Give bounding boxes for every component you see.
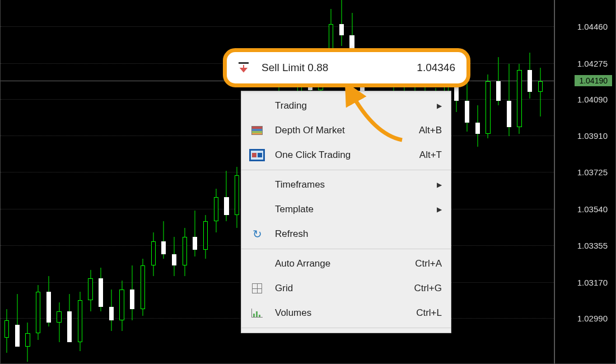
current-price-value: 1.04190 xyxy=(579,76,608,85)
candle xyxy=(87,270,93,311)
menu-separator xyxy=(241,328,451,328)
candle xyxy=(129,265,135,320)
candle xyxy=(506,64,512,136)
price-axis: 1.044601.042751.040901.039101.037251.035… xyxy=(554,0,616,364)
candle xyxy=(234,167,240,228)
candle xyxy=(496,57,501,105)
volumes-icon xyxy=(246,301,268,325)
menu-icon-placeholder xyxy=(246,197,268,222)
submenu-arrow-icon: ▶ xyxy=(436,206,442,213)
menu-item-volumes[interactable]: VolumesCtrl+L xyxy=(241,301,451,325)
candle xyxy=(15,294,20,342)
candle xyxy=(25,323,30,362)
candle xyxy=(485,74,491,138)
candle xyxy=(151,232,156,276)
menu-item-shortcut: Alt+T xyxy=(419,150,442,161)
submenu-arrow-icon: ▶ xyxy=(436,102,442,110)
candle xyxy=(339,0,344,46)
gridline xyxy=(1,26,554,27)
menu-item-shortcut: Ctrl+G xyxy=(414,283,442,294)
menu-item-label: Timeframes xyxy=(268,179,432,190)
menu-separator xyxy=(241,249,451,249)
sell-limit-price: 1.04346 xyxy=(417,62,455,74)
menu-item-timeframes[interactable]: Timeframes▶ xyxy=(241,172,451,197)
candle xyxy=(223,171,229,221)
candle xyxy=(213,189,219,232)
candle xyxy=(516,64,522,134)
candle xyxy=(35,285,41,340)
depth-of-market-icon xyxy=(246,118,268,143)
candle xyxy=(67,294,72,329)
price-axis-label: 1.03355 xyxy=(577,241,608,250)
menu-item-shortcut: Alt+B xyxy=(419,125,442,136)
price-axis-label: 1.03910 xyxy=(577,131,608,141)
candle xyxy=(56,302,62,342)
candle xyxy=(140,259,146,316)
menu-icon-placeholder xyxy=(246,94,268,118)
sell-limit-icon xyxy=(232,52,255,83)
menu-item-label: Template xyxy=(268,204,432,215)
candle xyxy=(46,276,52,326)
candle xyxy=(171,237,177,276)
refresh-icon: ↻ xyxy=(246,222,268,246)
price-axis-label: 1.04460 xyxy=(577,22,608,31)
candle xyxy=(538,68,543,116)
menu-item-label: One Click Trading xyxy=(268,150,419,161)
sell-limit-highlight[interactable]: Sell Limit 0.88 1.04346 xyxy=(223,48,470,87)
candle xyxy=(161,221,166,259)
menu-item-label: Auto Arrange xyxy=(268,258,415,269)
menu-item-label: Grid xyxy=(268,283,414,294)
menu-item-autoarrange[interactable]: Auto ArrangeCtrl+A xyxy=(241,251,451,276)
price-axis-label: 1.03725 xyxy=(577,167,608,177)
candle xyxy=(119,281,124,331)
menu-item-shortcut: Ctrl+A xyxy=(415,258,442,269)
sell-limit-label: Sell Limit 0.88 xyxy=(255,62,417,74)
menu-item-grid[interactable]: GridCtrl+G xyxy=(241,276,451,301)
candle xyxy=(527,53,533,99)
menu-item-refresh[interactable]: ↻Refresh xyxy=(241,222,451,246)
candle xyxy=(182,228,188,276)
candle xyxy=(203,215,208,259)
menu-item-template[interactable]: Template▶ xyxy=(241,197,451,222)
candle xyxy=(77,292,83,351)
menu-separator xyxy=(241,170,451,170)
menu-item-label: Volumes xyxy=(268,307,416,319)
callout-arrow-icon xyxy=(340,84,413,151)
candle xyxy=(4,309,10,353)
price-axis-label: 1.03170 xyxy=(577,278,608,287)
candle xyxy=(192,211,198,256)
candle xyxy=(464,79,470,132)
menu-item-label: Refresh xyxy=(268,228,442,240)
price-axis-label: 1.03540 xyxy=(577,204,608,214)
menu-icon-placeholder xyxy=(246,251,268,276)
candle xyxy=(98,268,104,311)
grid-icon xyxy=(246,276,268,301)
candle xyxy=(109,290,114,331)
menu-item-shortcut: Ctrl+L xyxy=(416,307,442,319)
price-axis-label: 1.04275 xyxy=(577,59,608,68)
candle xyxy=(475,105,480,147)
submenu-arrow-icon: ▶ xyxy=(436,181,442,189)
price-axis-label: 1.02990 xyxy=(577,314,608,323)
price-axis-label: 1.04090 xyxy=(577,95,608,104)
menu-icon-placeholder xyxy=(246,172,268,197)
current-price-tag: 1.04190 xyxy=(575,75,612,86)
one-click-trading-icon xyxy=(246,143,268,167)
